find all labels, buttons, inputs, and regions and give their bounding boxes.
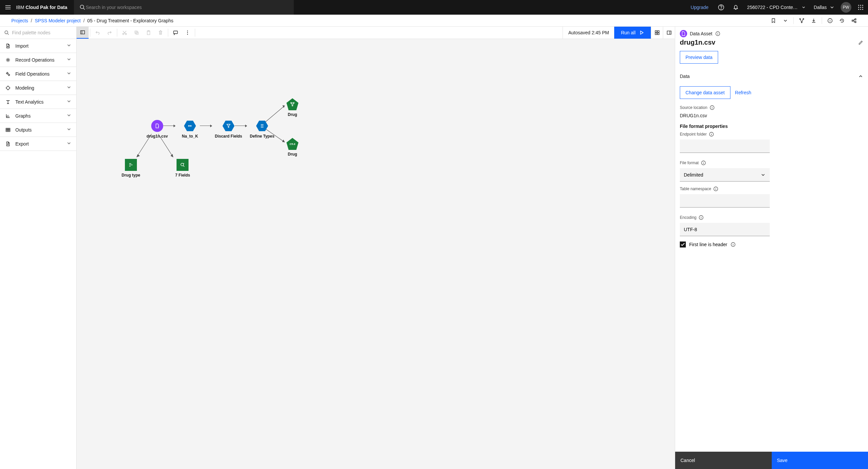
palette-graphs[interactable]: Graphs [0,109,76,123]
bell-icon [733,4,739,11]
redo-icon [107,30,112,35]
svg-marker-47 [170,154,173,157]
preview-data-button[interactable]: Preview data [680,51,718,64]
comment-button[interactable] [169,27,182,39]
info-icon[interactable] [731,242,736,247]
svg-point-33 [187,32,188,33]
cancel-button[interactable]: Cancel [675,452,772,469]
toggle-palette-button[interactable] [76,27,89,39]
first-line-header-checkbox[interactable] [680,242,686,248]
avatar[interactable]: PW [841,2,851,13]
bookmark-button[interactable] [767,18,779,23]
download-icon [811,18,816,23]
palette-export[interactable]: Export [0,137,76,151]
view-mode-button[interactable] [651,27,663,39]
canvas[interactable]: drug1n.csv Na_to_K Discard Fields Define… [76,39,675,469]
info-icon[interactable] [699,215,704,220]
global-search[interactable] [74,0,294,15]
main-menu-button[interactable] [0,4,16,11]
cut-button[interactable] [119,27,130,39]
paste-button[interactable] [143,27,155,39]
help-button[interactable] [714,4,728,11]
palette-record-ops[interactable]: Record Operations [0,53,76,67]
lineage-icon [799,18,804,23]
info-icon[interactable] [715,31,720,36]
node-drug-2[interactable]: C5.0 Drug [286,138,299,157]
node-na-to-k[interactable]: Na_to_K [182,120,198,138]
svg-point-6 [858,7,859,8]
bookmark-dropdown-button[interactable] [779,18,792,23]
svg-rect-38 [657,33,659,35]
refresh-link[interactable]: Refresh [735,90,751,95]
gear-double-icon [5,71,11,76]
copy-button[interactable] [130,27,143,39]
undo-button[interactable] [92,27,103,39]
delete-button[interactable] [155,27,166,39]
source-location-label: Source location [680,105,863,110]
search-input[interactable] [86,5,288,10]
breadcrumb-projects[interactable]: Projects [11,18,28,23]
info-icon[interactable] [701,160,706,165]
file-format-select[interactable]: Delimited [680,168,770,182]
palette-search[interactable] [0,27,76,39]
upgrade-link[interactable]: Upgrade [685,5,714,10]
run-all-button[interactable]: Run all [614,27,651,39]
derive-icon [187,123,192,129]
palette-import[interactable]: Import [0,39,76,53]
svg-rect-35 [655,31,657,32]
svg-point-14 [801,22,802,23]
data-lineage-button[interactable] [796,18,808,23]
svg-rect-31 [174,31,178,34]
brand: IBM Cloud Pak for Data [16,5,67,10]
palette-outputs[interactable]: Outputs [0,123,76,137]
palette-search-input[interactable] [12,30,72,35]
node-drug-csv[interactable]: drug1n.csv [147,120,168,138]
canvas-column: Autosaved 2:45 PM Run all drug1n.csv [76,27,675,469]
table-namespace-input[interactable] [680,194,770,208]
flow-structure-button[interactable] [848,18,860,23]
change-data-asset-button[interactable]: Change data asset [680,86,731,99]
paste-icon [146,30,151,35]
palette-field-ops[interactable]: Field Operations [0,67,76,81]
overflow-button[interactable] [182,27,193,39]
data-section-toggle[interactable]: Data [680,70,863,82]
palette-sidebar: Import Record Operations Field Operation… [0,27,76,469]
node-define[interactable]: Define Types [250,120,275,138]
history-button[interactable] [836,18,848,23]
import-icon [5,43,11,49]
svg-point-7 [860,7,861,8]
info-icon[interactable] [709,132,714,137]
svg-rect-16 [852,20,853,21]
notifications-button[interactable] [728,4,743,11]
save-button[interactable]: Save [772,452,868,469]
palette-modeling[interactable]: Modeling [0,81,76,95]
data-audit-icon [180,162,185,167]
svg-rect-37 [655,33,657,35]
download-button[interactable] [808,18,820,23]
edit-icon[interactable] [858,40,863,45]
main-area: Import Record Operations Field Operation… [0,27,868,469]
region-dropdown[interactable]: Dallas [810,5,839,10]
palette-text-analytics[interactable]: Text Analytics [0,95,76,109]
info-icon[interactable] [713,186,718,191]
node-drug-1[interactable]: Drug [286,98,299,117]
node-drug-type[interactable]: Drug type [122,159,140,178]
redo-button[interactable] [103,27,116,39]
chevron-down-icon [66,140,72,146]
endpoint-folder-input[interactable] [680,139,770,153]
svg-point-20 [7,59,9,61]
type-icon [259,123,265,129]
node-7-fields[interactable]: 7 Fields [175,159,190,178]
properties-panel-button[interactable] [663,27,675,39]
app-switcher-button[interactable] [854,4,868,11]
svg-point-9 [858,9,859,10]
info-icon[interactable] [709,105,715,110]
model-icon [290,102,295,107]
info-button[interactable] [824,18,836,23]
encoding-select[interactable]: UTF-8 [680,223,770,236]
breadcrumb-project[interactable]: SPSS Modeler project [35,18,81,23]
workspace-dropdown[interactable]: 2560722 - CPD Content De... [743,5,810,10]
svg-point-10 [860,9,861,10]
node-discard[interactable]: Discard Fields [215,120,242,138]
svg-point-34 [187,34,188,35]
